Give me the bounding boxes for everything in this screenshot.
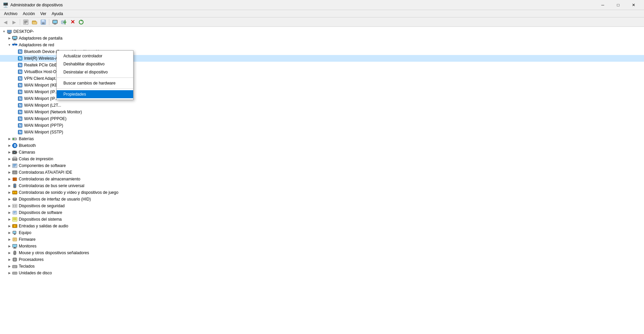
tree-item-wan-l2tp[interactable]: ▶ N WAN Miniport (L2T... bbox=[0, 102, 644, 109]
monitor-button[interactable] bbox=[51, 18, 59, 26]
title-bar: 🖥️ Administrador de dispositivos ─ □ ✕ bbox=[0, 0, 644, 10]
context-menu-propiedades[interactable]: Propiedades bbox=[57, 90, 133, 98]
teclados-icon bbox=[12, 264, 17, 269]
title-bar-left: 🖥️ Administrador de dispositivos bbox=[3, 2, 63, 8]
tree-item-controladoras-ata[interactable]: ▶ Controladoras ATA/ATAPI IDE bbox=[0, 169, 644, 176]
forward-button[interactable]: ▶ bbox=[10, 18, 18, 26]
tree-item-bluetooth[interactable]: ▶ B Bluetooth bbox=[0, 142, 644, 149]
svg-rect-1 bbox=[24, 21, 28, 21]
svg-text:N: N bbox=[19, 77, 21, 80]
tree-item-wan-network[interactable]: ▶ N WAN Miniport (Network Monitor) bbox=[0, 109, 644, 115]
tree-item-componentes-software[interactable]: ▶ Componentes de software bbox=[0, 162, 644, 169]
tree-item-wan-sstp[interactable]: ▶ N WAN Miniport (SSTP) bbox=[0, 129, 644, 135]
wan-ike-icon: N bbox=[17, 82, 23, 88]
svg-rect-61 bbox=[13, 151, 15, 151]
tree-item-controladoras-bus[interactable]: ▶ Controladoras de bus serie universal bbox=[0, 182, 644, 189]
svg-point-60 bbox=[14, 152, 15, 153]
svg-rect-73 bbox=[15, 172, 16, 172]
svg-rect-10 bbox=[54, 23, 56, 24]
tree-item-wan-pppoe[interactable]: ▶ N WAN Miniport (PPPOE) bbox=[0, 115, 644, 122]
tree-item-seguridad[interactable]: ▶ Dispositivos de seguridad bbox=[0, 203, 644, 209]
svg-rect-6 bbox=[42, 20, 44, 21]
tree-item-software[interactable]: ▶ Dispositivos de software bbox=[0, 209, 644, 216]
tree-item-sistema[interactable]: ▶ Dispositivos del sistema bbox=[0, 216, 644, 223]
menu-accion[interactable]: Acción bbox=[20, 11, 38, 17]
context-menu-buscar[interactable]: Buscar cambios de hardware bbox=[57, 79, 133, 87]
procesadores-label: Procesadores bbox=[19, 257, 44, 262]
tree-item-firmware[interactable]: ▶ Firmware bbox=[0, 236, 644, 243]
teclados-label: Teclados bbox=[19, 264, 35, 269]
tree-item-equipo[interactable]: ▶ Equipo bbox=[0, 229, 644, 236]
svg-rect-126 bbox=[16, 266, 16, 267]
tree-item-baterias[interactable]: ▶ Baterías bbox=[0, 135, 644, 142]
adaptadores-pantalla-icon bbox=[12, 36, 17, 41]
menu-ver[interactable]: Ver bbox=[38, 11, 49, 17]
wan-ip-icon: N bbox=[17, 89, 23, 95]
tree-item-mouse[interactable]: ▶ Mouse y otros dispositivos señaladores bbox=[0, 249, 644, 256]
sistema-icon bbox=[12, 217, 17, 222]
menu-archivo[interactable]: Archivo bbox=[1, 11, 20, 17]
svg-rect-130 bbox=[13, 273, 15, 273]
virtualbox-label: VirtualBox Host-O... bbox=[24, 69, 60, 74]
root-toggle[interactable]: ▼ bbox=[1, 29, 7, 34]
title-bar-controls: ─ □ ✕ bbox=[595, 0, 641, 10]
tree-item-unidades-disco[interactable]: ▶ Unidades de disco bbox=[0, 270, 644, 276]
tree-item-controladoras-almacenamiento[interactable]: ▶ Controladoras de almacenamiento bbox=[0, 176, 644, 182]
hid-label: Dispositivos de interfaz de usuario (HID… bbox=[19, 197, 91, 202]
tree-item-adaptadores-pantalla[interactable]: ▶ Adaptadores de pantalla bbox=[0, 35, 644, 42]
firmware-icon bbox=[12, 237, 17, 242]
context-menu-deshabilitar[interactable]: Deshabilitar dispositivo bbox=[57, 60, 133, 68]
sonido-label: Controladoras de sonido y vídeo y dispos… bbox=[19, 190, 118, 195]
bluetooth-icon: B bbox=[12, 143, 17, 148]
back-button[interactable]: ◀ bbox=[1, 18, 9, 26]
colas-icon bbox=[12, 156, 17, 162]
tree-item-hid[interactable]: ▶ Dispositivos de interfaz de usuario (H… bbox=[0, 196, 644, 203]
context-menu-desinstalar[interactable]: Desinstalar el dispositivo bbox=[57, 68, 133, 76]
tree-item-wan-pptp[interactable]: ▶ N WAN Miniport (PPTP) bbox=[0, 122, 644, 129]
bluetooth-label: Bluetooth bbox=[19, 143, 36, 148]
hid-icon bbox=[12, 197, 17, 202]
bus-label: Controladoras de bus serie universal bbox=[19, 183, 84, 188]
svg-rect-101 bbox=[13, 234, 16, 234]
tree-root[interactable]: ▼ DESKTOP- bbox=[0, 28, 644, 35]
svg-text:N: N bbox=[19, 110, 21, 114]
properties-toolbar-button[interactable] bbox=[22, 18, 30, 26]
svg-rect-100 bbox=[13, 231, 16, 233]
wan-l2tp-icon: N bbox=[17, 103, 23, 108]
adaptadores-pantalla-toggle[interactable]: ▶ bbox=[7, 36, 12, 41]
svg-rect-124 bbox=[14, 266, 14, 267]
tree-item-monitores[interactable]: ▶ Monitores bbox=[0, 243, 644, 249]
tree-item-controladoras-sonido[interactable]: ▶ Controladoras de sonido y vídeo y disp… bbox=[0, 189, 644, 196]
procesadores-icon bbox=[12, 257, 17, 262]
tree-item-teclados[interactable]: ▶ Teclados bbox=[0, 263, 644, 270]
tree-item-adaptadores-red[interactable]: ▼ Adaptadores de red bbox=[0, 42, 644, 48]
wan-network-icon: N bbox=[17, 109, 23, 115]
monitores-label: Monitores bbox=[19, 244, 37, 248]
window-title: Administrador de dispositivos bbox=[10, 3, 63, 7]
svg-rect-105 bbox=[14, 239, 16, 239]
wan-ipv6-icon: N bbox=[17, 96, 23, 101]
tree-item-colas-impresion[interactable]: ▶ Colas de impresión bbox=[0, 156, 644, 162]
tree-item-camaras[interactable]: ▶ Cámaras bbox=[0, 149, 644, 156]
maximize-button[interactable]: □ bbox=[610, 0, 626, 10]
realtek-icon: N bbox=[17, 62, 23, 68]
adaptadores-red-toggle[interactable]: ▼ bbox=[7, 42, 12, 48]
minimize-button[interactable]: ─ bbox=[595, 0, 610, 10]
adaptadores-red-icon bbox=[12, 42, 17, 48]
svg-rect-113 bbox=[14, 252, 14, 253]
open-button[interactable] bbox=[31, 18, 39, 26]
refresh-button[interactable] bbox=[77, 18, 85, 26]
close-button[interactable]: ✕ bbox=[626, 0, 641, 10]
menu-ayuda[interactable]: Ayuda bbox=[49, 11, 66, 17]
context-menu-actualizar[interactable]: Actualizar controlador bbox=[57, 52, 133, 60]
add-button[interactable] bbox=[60, 18, 68, 26]
remove-button[interactable]: ✕ bbox=[68, 18, 76, 26]
software-label: Dispositivos de software bbox=[19, 210, 62, 215]
almacenamiento-label: Controladoras de almacenamiento bbox=[19, 177, 80, 181]
svg-rect-17 bbox=[8, 34, 11, 34]
save-button[interactable] bbox=[39, 18, 47, 26]
tree-item-audio[interactable]: ▶ Entradas y salidas de audio bbox=[0, 223, 644, 229]
app-icon: 🖥️ bbox=[3, 2, 8, 8]
svg-rect-16 bbox=[8, 33, 10, 34]
tree-item-procesadores[interactable]: ▶ Procesadores bbox=[0, 256, 644, 263]
